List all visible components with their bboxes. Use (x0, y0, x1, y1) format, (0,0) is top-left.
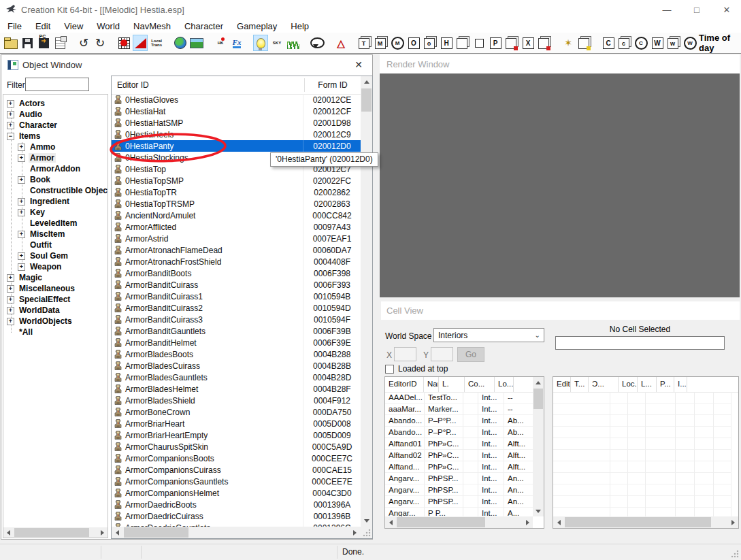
tree-expander-icon[interactable] (18, 252, 25, 260)
tree-expander-icon[interactable] (7, 133, 14, 140)
object-list-row[interactable]: 0HestiaTopTRSMP 02002863 (112, 198, 361, 210)
box-x-button[interactable]: X (521, 35, 536, 51)
tree-item[interactable]: MiscItem (3, 229, 108, 240)
column-header[interactable]: L. (439, 377, 465, 392)
tree-item[interactable]: *All (3, 327, 108, 337)
scroll-right-icon[interactable] (522, 516, 533, 528)
object-list-row[interactable]: ArmorAstrid 0007EAF1 (112, 233, 361, 244)
cube-marker2-button[interactable] (537, 35, 552, 51)
object-list-row[interactable]: 0HestiaTopSMP 020022FC (112, 175, 361, 186)
object-list-row[interactable]: ArmorCompanionsGauntlets 000CEE7E (112, 476, 361, 487)
tree-item[interactable]: Ingredient (3, 196, 108, 207)
tree-expander-icon[interactable] (18, 176, 25, 184)
object-list-row[interactable]: 0HestiaGloves 020012CE (112, 94, 361, 105)
object-list-row[interactable]: 0HestiaPanty 020012D0 (112, 140, 361, 152)
selected-cell-field[interactable] (555, 336, 725, 350)
scroll-down-icon[interactable] (361, 515, 372, 527)
box-small-button[interactable] (472, 35, 487, 51)
cube-m-button[interactable]: M (374, 35, 389, 51)
column-header[interactable]: Name (424, 377, 439, 392)
sky-button[interactable]: SKY (269, 35, 284, 51)
scroll-thumb[interactable] (533, 389, 543, 409)
object-list-row[interactable]: ArmorBanditHelmet 0006F39E (112, 337, 361, 348)
tree-hscrollbar[interactable] (3, 527, 108, 538)
cell-contents-row[interactable] (553, 450, 738, 461)
world-space-dropdown[interactable]: Interiors ⌄ (433, 328, 544, 342)
object-list-row[interactable]: ArmorBanditCuirass 0006F393 (112, 279, 361, 291)
scroll-right-icon[interactable] (727, 516, 738, 528)
cube-o-button[interactable]: o (423, 35, 438, 51)
tree-item[interactable]: Miscellaneous (3, 283, 108, 294)
object-list-row[interactable]: 0HestiaHat 020012CF (112, 105, 361, 117)
tree-item[interactable]: SpecialEffect (3, 294, 108, 305)
list-vscrollbar[interactable] (361, 76, 372, 527)
scroll-right-icon[interactable] (97, 527, 108, 538)
cell-contents-row[interactable] (553, 415, 738, 427)
scroll-left-icon[interactable] (112, 527, 123, 538)
menu-item[interactable]: Character (178, 19, 230, 33)
tree-item[interactable]: Actors (3, 98, 108, 109)
tree-expander-icon[interactable] (18, 154, 25, 162)
y-coordinate-field[interactable] (431, 347, 453, 361)
cube-c-button[interactable]: c (617, 35, 632, 51)
menu-item[interactable]: NavMesh (127, 19, 178, 33)
menu-item[interactable]: World (90, 19, 127, 33)
havok-button[interactable]: HK (213, 35, 228, 51)
local-transform-button[interactable]: Local Trans (149, 35, 164, 51)
maximize-button[interactable]: □ (687, 1, 707, 18)
column-header[interactable]: I... (674, 377, 687, 392)
scroll-thumb[interactable] (397, 517, 485, 527)
menu-item[interactable]: Edit (29, 19, 57, 33)
menu-item[interactable]: Help (284, 19, 316, 33)
object-list-row[interactable]: ArmorCompanionsBoots 000CEE7C (112, 452, 361, 464)
tree-expander-icon[interactable] (7, 122, 14, 129)
cell-table-vscrollbar[interactable] (533, 377, 544, 516)
dialogue-button[interactable] (310, 35, 325, 51)
object-list-row[interactable]: ArmorDaedricGauntlets 0001396C (112, 522, 361, 527)
tree-item[interactable]: WorldObjects (3, 316, 108, 327)
object-list-row[interactable]: ArmorBladesHelmet 0004B28F (112, 383, 361, 395)
scroll-thumb[interactable] (14, 528, 89, 537)
preferences-button[interactable] (52, 35, 67, 51)
scroll-thumb[interactable] (361, 88, 372, 112)
tree-expander-icon[interactable] (18, 231, 25, 238)
tree-item[interactable]: Ammo (3, 142, 108, 152)
cube-w-button[interactable]: w (666, 35, 681, 51)
object-list-row[interactable]: ArmorBanditCuirass1 0010594B (112, 291, 361, 302)
tree-item[interactable]: ArmorAddon (3, 163, 108, 174)
column-header[interactable]: P... (657, 377, 674, 392)
object-list-row[interactable]: ArmorBoneCrown 000DA750 (112, 406, 361, 418)
box-w-button[interactable]: W (650, 35, 665, 51)
scroll-left-icon[interactable] (3, 527, 14, 538)
tree-item[interactable]: Weapon (3, 261, 108, 272)
window-resize-grip-icon[interactable] (731, 550, 739, 558)
marker-button[interactable]: △ (333, 35, 348, 51)
loaded-at-top-checkbox[interactable] (385, 365, 394, 374)
tree-item[interactable]: Armor (3, 152, 108, 163)
box-o-button[interactable]: O (406, 35, 421, 51)
object-list-row[interactable]: 0HestiaTopTR 02002862 (112, 186, 361, 198)
cell-row[interactable]: Angar... Р Р... Int... A... (385, 508, 533, 516)
cell-row[interactable]: Alftand01 РћР»С... Int... Alft... (385, 438, 533, 450)
tree-item[interactable]: Key (3, 207, 108, 218)
tree-item[interactable]: Soul Gem (3, 250, 108, 261)
cell-row[interactable]: Angarv... РћРЅР... Int... An... (385, 496, 533, 508)
box-h-button[interactable]: H (439, 35, 454, 51)
object-list-row[interactable]: ArmorBladesBoots 0004B288 (112, 348, 361, 360)
column-header-editor-id[interactable]: Editor ID (117, 80, 149, 90)
tree-item[interactable]: Outfit (3, 240, 108, 250)
render-viewport[interactable] (380, 73, 740, 297)
world-button[interactable] (173, 35, 188, 51)
scroll-left-icon[interactable] (385, 516, 396, 528)
cell-row[interactable]: aaaMar... Marker... Int... -- (385, 403, 533, 415)
object-list-row[interactable]: ArmorBanditBoots 0006F398 (112, 267, 361, 279)
open-button[interactable] (3, 35, 18, 51)
tree-item[interactable]: Book (3, 174, 108, 185)
circle-w-button[interactable]: W (682, 35, 697, 51)
list-hscrollbar[interactable] (112, 527, 361, 538)
cell-contents-row[interactable] (553, 461, 738, 473)
object-list-row[interactable]: ArmorBladesShield 0004F912 (112, 395, 361, 406)
x-coordinate-field[interactable] (394, 347, 416, 361)
object-list-row[interactable]: ArmorBladesCuirass 0004B28B (112, 360, 361, 372)
object-list-row[interactable]: 0HestiaHeels 020012C9 (112, 129, 361, 140)
